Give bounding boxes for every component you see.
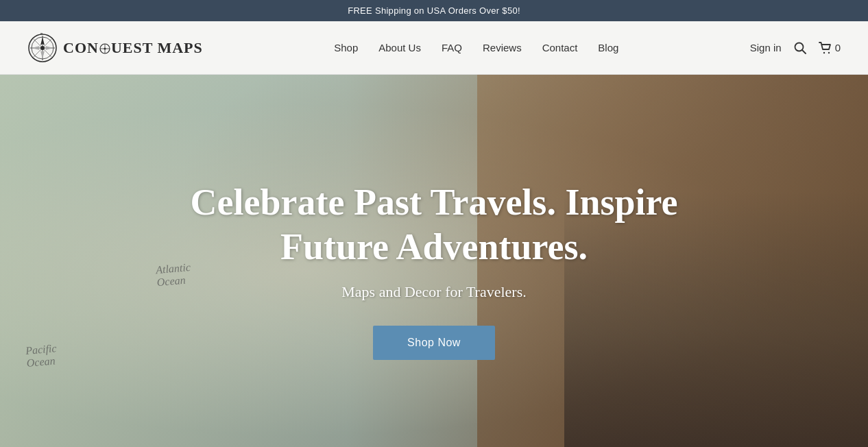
header: N Conuest Maps Shop About Us FAQ Reviews… (0, 21, 868, 75)
sign-in-link[interactable]: Sign in (750, 42, 782, 53)
svg-point-10 (40, 46, 45, 50)
logo-inline-icon (99, 43, 110, 54)
nav-faq[interactable]: FAQ (442, 42, 462, 53)
shop-now-button[interactable]: Shop Now (373, 326, 495, 360)
svg-point-15 (104, 48, 106, 50)
cart-count: 0 (835, 42, 841, 53)
hero-title: Celebrate Past Travels. Inspire Future A… (160, 180, 708, 269)
nav-about-us[interactable]: About Us (378, 42, 421, 53)
hero-subtitle: Maps and Decor for Travelers. (341, 283, 526, 301)
nav-blog[interactable]: Blog (598, 42, 618, 53)
announcement-text: FREE Shipping on USA Orders Over $50! (348, 5, 520, 16)
compass-logo-icon: N (27, 33, 58, 63)
search-icon (794, 42, 806, 54)
announcement-bar: FREE Shipping on USA Orders Over $50! (0, 0, 868, 21)
nav-shop[interactable]: Shop (334, 42, 358, 53)
logo-link[interactable]: N Conuest Maps (27, 33, 203, 63)
header-right: Sign in 0 (750, 42, 841, 54)
logo-text: Conuest Maps (63, 39, 203, 57)
svg-line-17 (802, 50, 806, 53)
nav-contact[interactable]: Contact (542, 42, 578, 53)
svg-point-19 (828, 51, 829, 53)
nav-reviews[interactable]: Reviews (483, 42, 522, 53)
cart-button[interactable]: 0 (819, 42, 841, 54)
main-nav: Shop About Us FAQ Reviews Contact Blog (334, 42, 618, 53)
svg-point-18 (823, 51, 824, 53)
svg-text:N: N (40, 33, 43, 35)
hero-content: Celebrate Past Travels. Inspire Future A… (0, 75, 868, 447)
cart-icon (819, 42, 832, 54)
hero-section: AtlanticOcean PacificOcean Celebrate Pas… (0, 75, 868, 447)
search-button[interactable] (794, 42, 806, 54)
